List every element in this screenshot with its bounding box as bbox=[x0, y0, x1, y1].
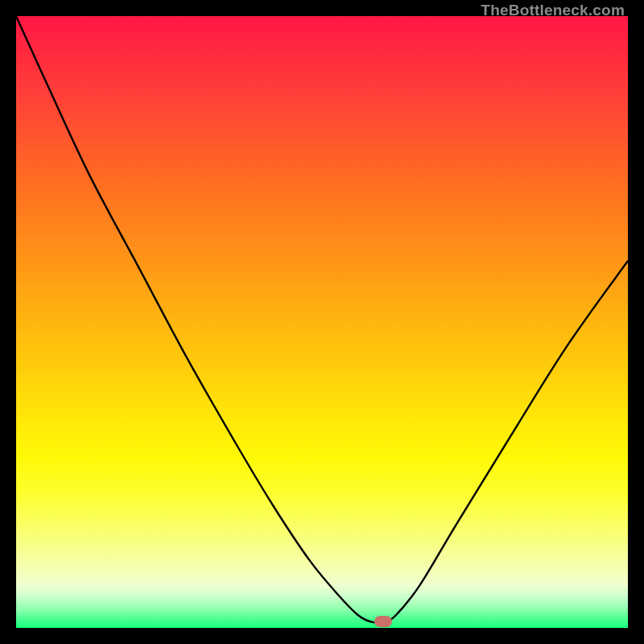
plot-area bbox=[16, 16, 628, 628]
chart-container: TheBottleneck.com bbox=[0, 0, 644, 644]
curve-svg bbox=[16, 16, 628, 628]
optimal-marker bbox=[374, 616, 392, 627]
bottleneck-curve-path bbox=[16, 16, 628, 622]
